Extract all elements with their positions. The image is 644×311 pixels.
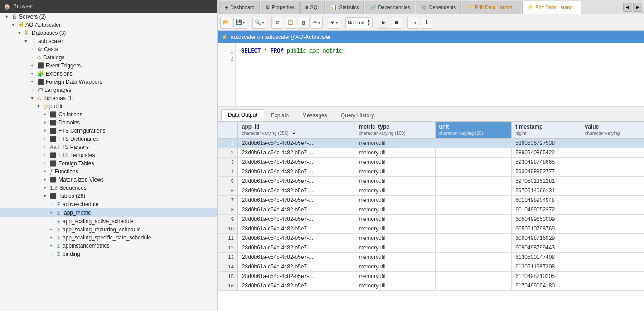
table-row[interactable]: 728d0b61a-c54c-4c82-b5e7-...memoryutil60… — [218, 196, 644, 205]
tab-dependencies[interactable]: 🔗 Dependencies — [365, 1, 415, 14]
tree-item[interactable]: ▼🗄Databases (3) — [0, 29, 217, 37]
edit-button[interactable]: ✏ ▾ — [311, 17, 323, 29]
expand-button[interactable]: + — [48, 252, 54, 256]
table-row[interactable]: 928d0b61a-c54c-4c82-b5e7-...memoryutil60… — [218, 215, 644, 224]
table-row[interactable]: 1228d0b61a-c54c-4c82-b5e7-...memoryutil6… — [218, 243, 644, 253]
expand-button[interactable]: + — [29, 80, 35, 84]
expand-button[interactable]: ▼ — [16, 31, 23, 35]
expand-button[interactable]: + — [42, 153, 48, 158]
table-row[interactable]: 528d0b61a-c54c-4c82-b5e7-...memoryutil59… — [218, 177, 644, 186]
expand-button[interactable]: + — [42, 129, 48, 133]
expand-button[interactable]: ▼ — [23, 39, 29, 43]
tab-prev-button[interactable]: ◀ — [623, 3, 632, 12]
expand-button[interactable]: + — [42, 161, 48, 166]
expand-button[interactable]: + — [42, 186, 48, 190]
expand-button[interactable]: + — [29, 47, 35, 52]
download-button[interactable]: ⬇ — [421, 17, 432, 29]
expand-button[interactable]: + — [48, 227, 54, 232]
col-header-timestamp[interactable]: timestamp bigint — [512, 122, 581, 139]
tab-edit-data-2[interactable]: ⚡ Edit Data - autos... — [522, 1, 581, 14]
expand-button[interactable]: + — [42, 145, 48, 149]
delete-rows-button[interactable]: 🗑 — [298, 17, 310, 29]
sql-editor[interactable]: 1 2 SELECT * FROM public.app_metric — [218, 43, 644, 107]
tree-item[interactable]: +AaFTS Parsers — [0, 143, 217, 151]
result-tab-data-output[interactable]: Data Output — [221, 109, 264, 121]
table-row[interactable]: 1328d0b61a-c54c-4c82-b5e7-...memoryutil6… — [218, 253, 644, 262]
tree-item[interactable]: +⊞binding — [0, 250, 217, 258]
format-button[interactable]: ≡ ▾ — [407, 17, 419, 29]
expand-button[interactable]: + — [29, 72, 35, 76]
tree-item[interactable]: +⬛Foreign Data Wrappers — [0, 78, 217, 86]
tree-item[interactable]: +🧩Extensions — [0, 70, 217, 78]
tree-item[interactable]: +⬛Foreign Tables — [0, 159, 217, 167]
search-button[interactable]: 🔍 ▾ — [252, 17, 266, 29]
tree-item[interactable]: ▼🖥Servers (2) — [0, 13, 217, 21]
table-row[interactable]: 1528d0b61a-c54c-4c82-b5e7-...memoryutil6… — [218, 272, 644, 281]
tree-item[interactable]: +◇Catalogs — [0, 53, 217, 62]
expand-button[interactable]: ▼ — [29, 96, 35, 100]
tab-edit-data-1[interactable]: ⚡ Edit Data - autos... — [462, 1, 521, 14]
tree-item[interactable]: +⊞app_scaling_recurring_schedule — [0, 225, 217, 234]
table-row[interactable]: 628d0b61a-c54c-4c82-b5e7-...memoryutil59… — [218, 186, 644, 196]
result-tab-explain[interactable]: Explain — [264, 109, 295, 121]
tab-dependents[interactable]: 📎 Dependents — [416, 1, 461, 14]
filter-button[interactable]: ▼ ▾ — [328, 17, 340, 29]
col-header-metric-type[interactable]: metric_type character varying (100) — [355, 122, 435, 139]
table-row[interactable]: 1428d0b61a-c54c-4c82-b5e7-...memoryutil6… — [218, 262, 644, 272]
expand-button[interactable]: ▼ — [42, 194, 48, 198]
tree-item[interactable]: +⬛FTS Dictionaries — [0, 135, 217, 143]
tree-item[interactable]: +⚙Casts — [0, 45, 217, 53]
expand-button[interactable]: + — [48, 202, 54, 206]
table-row[interactable]: 228d0b61a-c54c-4c82-b5e7-...memoryutil58… — [218, 148, 644, 158]
expand-button[interactable]: + — [42, 169, 48, 174]
tree-item[interactable]: ▼◇public — [0, 102, 217, 110]
table-row[interactable]: 1128d0b61a-c54c-4c82-b5e7-...memoryutil6… — [218, 234, 644, 243]
col-header-app-id[interactable]: app_id character varying (255) ▼ — [238, 122, 355, 139]
table-row[interactable]: 1628d0b61a-c54c-4c82-b5e7-...memoryutil6… — [218, 281, 644, 291]
tree-item[interactable]: +⬛FTS Configurations — [0, 127, 217, 135]
expand-button[interactable]: ▼ — [10, 23, 16, 27]
expand-button[interactable]: + — [48, 244, 54, 248]
result-tab-query-history[interactable]: Query History — [334, 109, 381, 121]
tab-next-button[interactable]: ▶ — [633, 3, 642, 12]
limit-spinner-up[interactable]: ▲▼ — [367, 19, 371, 26]
tree-item[interactable]: +⊞app_scaling_active_schedule — [0, 217, 217, 225]
table-row[interactable]: 828d0b61a-c54c-4c82-b5e7-...memoryutil60… — [218, 205, 644, 215]
expand-button[interactable]: + — [42, 120, 48, 125]
execute-button[interactable]: ▶ — [378, 17, 389, 29]
expand-button[interactable]: + — [29, 63, 35, 68]
tab-properties[interactable]: ⚙ Properties — [261, 1, 300, 14]
col-header-value[interactable]: value character varying — [581, 122, 644, 139]
expand-button[interactable]: ▼ — [35, 104, 42, 109]
paste-rows-button[interactable]: 📋 — [285, 17, 296, 29]
expand-button[interactable]: + — [29, 88, 35, 92]
expand-button[interactable]: + — [29, 55, 35, 60]
tree-item[interactable]: +⊞appinstancemetrics — [0, 242, 217, 250]
tab-statistics[interactable]: 📊 Statistics — [326, 1, 364, 14]
data-table-container[interactable]: app_id character varying (255) ▼ metric_… — [218, 121, 644, 311]
result-tab-messages[interactable]: Messages — [295, 109, 334, 121]
col-header-unit[interactable]: unit character varying (20) — [435, 122, 512, 139]
limit-select[interactable]: No limit ▲▼ — [345, 17, 373, 28]
tree-item[interactable]: ▼⬛Tables (28) — [0, 192, 217, 200]
tree-item[interactable]: +⬛FTS Templates — [0, 151, 217, 159]
table-row[interactable]: 1028d0b61a-c54c-4c82-b5e7-...memoryutil6… — [218, 224, 644, 234]
tree-item[interactable]: +🏷Languages — [0, 86, 217, 94]
tree-item[interactable]: +⬛Collations — [0, 110, 217, 119]
expand-button[interactable]: + — [48, 235, 54, 240]
expand-button[interactable]: + — [42, 112, 48, 117]
expand-button[interactable]: + — [48, 211, 54, 215]
tree-item[interactable]: ▼🗄AO-Autoscaler — [0, 21, 217, 29]
tab-sql[interactable]: ≡ SQL — [300, 1, 325, 14]
tree-item[interactable]: +ƒFunctions — [0, 167, 217, 176]
table-row[interactable]: 328d0b61a-c54c-4c82-b5e7-...memoryutil59… — [218, 158, 644, 167]
expand-button[interactable]: + — [48, 219, 54, 224]
save-button[interactable]: 💾 ▾ — [233, 17, 247, 29]
tree-item[interactable]: +1.3Sequences — [0, 184, 217, 192]
stop-button[interactable]: ⏹ — [391, 17, 402, 29]
tree-item[interactable]: +⊞app_metric — [0, 208, 217, 217]
expand-button[interactable]: + — [42, 137, 48, 141]
tree-item[interactable]: +⊞activeschedule — [0, 200, 217, 208]
table-row[interactable]: 128d0b61a-c54c-4c82-b5e7-...memoryutil58… — [218, 139, 644, 148]
tree-item[interactable]: +⬛Domains — [0, 119, 217, 127]
